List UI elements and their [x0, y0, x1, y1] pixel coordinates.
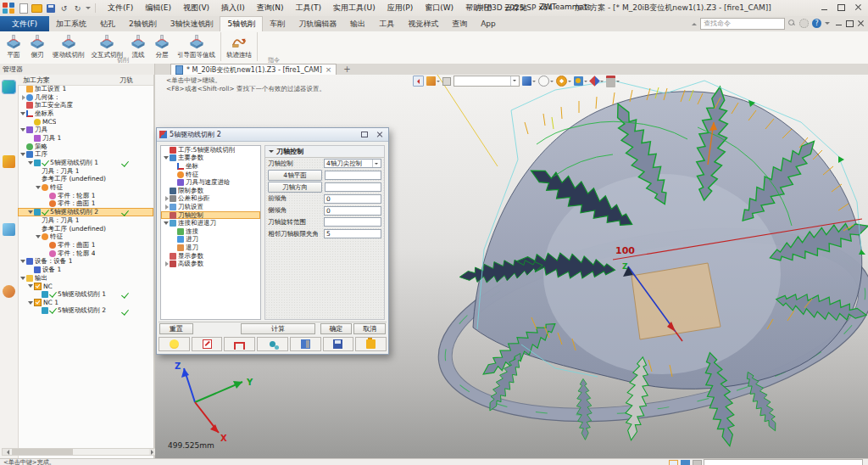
expand-arrow-icon[interactable] — [43, 242, 49, 249]
menu-item[interactable]: 视图(V) — [178, 1, 214, 15]
help-dropdown-icon[interactable] — [825, 22, 830, 27]
nav-item[interactable]: 坐标 — [161, 162, 260, 171]
tree-row[interactable]: 设备 1 — [18, 266, 153, 274]
ribbon-tab[interactable]: 输出 — [343, 16, 372, 31]
tree-row[interactable]: 零件 : 曲面 1 — [18, 241, 153, 249]
document-tab[interactable]: * M_20iB变位机new1(1).Z3 - [fire1_CAM] × — [170, 64, 337, 75]
expand-arrow-icon[interactable] — [171, 228, 177, 235]
expand-arrow-icon[interactable] — [164, 212, 170, 219]
tree-row[interactable]: 零件 : 曲面 1 — [18, 200, 153, 209]
expand-arrow-icon[interactable] — [20, 126, 26, 133]
brush-button[interactable] — [426, 76, 440, 86]
expand-arrow-icon[interactable] — [36, 217, 42, 224]
expand-arrow-icon[interactable] — [43, 200, 49, 207]
help-button[interactable]: ? — [812, 19, 821, 28]
ribbon-tab[interactable]: 视觉样式 — [401, 16, 445, 31]
solids-tab-icon[interactable] — [3, 155, 15, 168]
menu-item[interactable]: 文件(F) — [103, 1, 138, 15]
ribbon-tab[interactable]: 5轴铣削 — [220, 16, 263, 31]
tree-row[interactable]: MCS — [18, 118, 153, 126]
ok-button[interactable]: 确定 — [320, 323, 352, 334]
filter-combobox[interactable] — [453, 76, 520, 87]
cancel-button[interactable]: 取消 — [353, 323, 386, 334]
edit-button[interactable] — [192, 337, 223, 351]
view-button[interactable] — [522, 76, 536, 86]
tree-row[interactable]: 加工安全高度 — [18, 101, 153, 109]
param-control[interactable]: 5 — [324, 229, 381, 238]
expand-arrow-icon[interactable] — [164, 147, 170, 154]
undo-button[interactable]: ↺ — [58, 3, 70, 14]
ribbon-tab[interactable]: App — [474, 16, 503, 31]
calculate-button[interactable]: 计算 — [241, 323, 315, 334]
expand-arrow-icon[interactable] — [171, 163, 177, 170]
user-tab-icon[interactable] — [3, 285, 15, 298]
nav-item[interactable]: 连接和进退刀 — [161, 219, 260, 227]
status-input[interactable] — [704, 459, 863, 465]
expand-arrow-icon[interactable] — [164, 188, 170, 194]
param-control[interactable] — [324, 217, 381, 227]
dialog-titlebar[interactable]: 5轴驱动线切削 2 — [157, 128, 388, 142]
nav-item[interactable]: 工序:5轴驱动线切削 — [161, 146, 260, 154]
new-tab-button[interactable]: + — [343, 64, 350, 75]
tree-row[interactable]: 输出 — [18, 274, 153, 283]
tree-row[interactable]: 设备 : 设备 1 — [18, 257, 153, 266]
expand-arrow-icon[interactable] — [36, 307, 42, 314]
load-params-button[interactable] — [355, 337, 387, 351]
param-control[interactable]: 0 — [324, 206, 381, 216]
ribbon-tab[interactable]: 钻孔 — [93, 16, 122, 31]
ribbon-tab[interactable]: 工具 — [372, 16, 401, 31]
expand-arrow-icon[interactable] — [20, 94, 26, 101]
reset-button[interactable]: 重置 — [159, 323, 193, 334]
expand-arrow-icon[interactable] — [28, 266, 34, 273]
pick-filter-button[interactable] — [442, 77, 451, 86]
expand-arrow-icon[interactable] — [43, 193, 49, 199]
tool-plane[interactable] — [632, 263, 721, 339]
scrollbar-thumb[interactable] — [12, 449, 73, 455]
expand-arrow-icon[interactable] — [28, 300, 34, 306]
expand-arrow-icon[interactable] — [36, 176, 42, 182]
save-params-button[interactable] — [323, 337, 354, 351]
expand-arrow-icon[interactable] — [28, 283, 34, 289]
expand-arrow-icon[interactable] — [36, 291, 42, 298]
menu-item[interactable]: 查询(N) — [252, 1, 289, 15]
tree-row[interactable]: 刀具 : 刀具 1 — [18, 167, 153, 176]
param-control[interactable]: 4轴刀尖控制 — [324, 159, 381, 168]
tree-row[interactable]: 坐标系 — [18, 109, 153, 118]
expand-arrow-icon[interactable] — [28, 160, 34, 166]
tree-row[interactable]: 策略 — [18, 143, 153, 151]
nav-item[interactable]: 进刀 — [161, 236, 260, 244]
exit-pick-button[interactable] — [413, 76, 424, 87]
nc-checkbox[interactable] — [34, 299, 42, 306]
ribbon-tab[interactable]: 2轴铣削 — [122, 16, 164, 31]
minimize-button[interactable] — [815, 0, 832, 15]
expand-arrow-icon[interactable] — [36, 168, 42, 175]
save-button[interactable] — [45, 3, 56, 14]
ribbon-tab[interactable]: 车削 — [263, 16, 292, 31]
expand-arrow-icon[interactable] — [43, 250, 49, 257]
ribbon-tab[interactable]: 刀轨编辑器 — [292, 16, 343, 31]
tree-row[interactable]: 刀具 : 刀具 1 — [18, 216, 153, 225]
menu-item[interactable]: 实用工具(U) — [328, 1, 381, 15]
ribbon-button[interactable]: 分层 — [150, 32, 174, 60]
menu-item[interactable]: 窗口(W) — [420, 1, 459, 15]
manager-hscrollbar[interactable] — [2, 448, 158, 456]
tree-row[interactable]: 5轴驱动线切削 2 — [18, 307, 153, 316]
ribbon-button[interactable]: 平面 — [2, 32, 25, 60]
tree-row[interactable]: 零件 : 轮廓 1 — [18, 192, 153, 200]
viewport-settings-button[interactable] — [574, 76, 587, 86]
expand-arrow-icon[interactable] — [171, 171, 177, 178]
tree-row[interactable]: 刀具 1 — [18, 134, 153, 143]
param-control[interactable] — [325, 171, 381, 180]
nav-item[interactable]: 显示参数 — [161, 252, 260, 261]
scroll-left-icon[interactable] — [3, 449, 10, 455]
tree-row[interactable]: 加工设置 1 — [18, 85, 153, 93]
ribbon-tab[interactable]: 3轴快速铣削 — [164, 16, 220, 31]
ribbon-button[interactable]: 驱动线切削 — [49, 32, 88, 60]
expand-arrow-icon[interactable] — [171, 236, 177, 243]
doc-restore-button[interactable] — [844, 18, 855, 29]
panel-toggle-icon[interactable] — [669, 460, 678, 465]
tree-row[interactable]: 5轴驱动线切削 1 — [18, 159, 153, 167]
ribbon-button[interactable]: 引导面等值线 — [174, 32, 219, 60]
tree-row[interactable]: 参考工序 (undefined) — [18, 176, 153, 184]
dropdown-arrow-icon[interactable] — [372, 160, 381, 167]
